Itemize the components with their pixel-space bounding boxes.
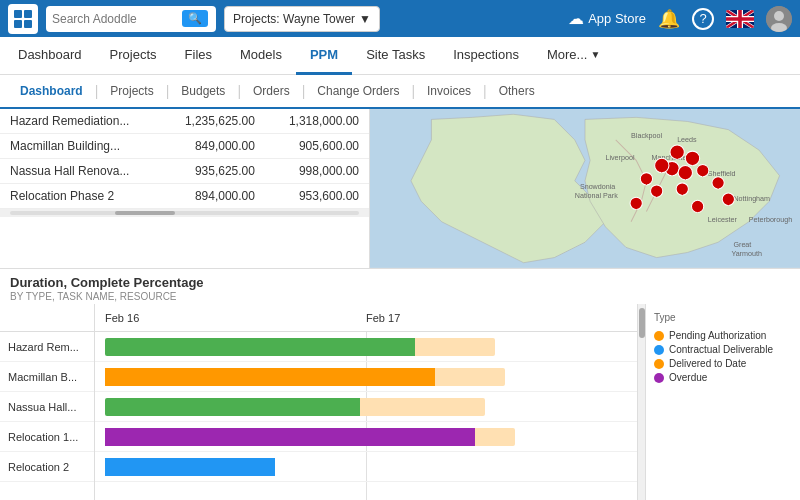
gantt-bar-tail-2 (360, 398, 485, 416)
table-row[interactable]: Relocation Phase 2 894,000.00 953,600.00 (0, 184, 369, 209)
table-cell-col2: 998,000.00 (265, 159, 369, 184)
nav-item-site-tasks[interactable]: Site Tasks (352, 37, 439, 75)
gantt-bar-3 (105, 428, 515, 446)
svg-point-6 (774, 11, 784, 21)
legend-label-0: Pending Authorization (669, 330, 766, 341)
svg-rect-1 (24, 10, 32, 18)
svg-rect-0 (14, 10, 22, 18)
svg-text:Great: Great (733, 241, 751, 249)
main-nav: Dashboard Projects Files Models PPM Site… (0, 37, 800, 75)
data-table-container: Hazard Remediation... 1,235,625.00 1,318… (0, 109, 370, 268)
content-area: Hazard Remediation... 1,235,625.00 1,318… (0, 109, 800, 500)
legend-label-1: Contractual Deliverable (669, 344, 773, 355)
gantt-bar-0 (105, 338, 495, 356)
svg-text:Blackpool: Blackpool (631, 132, 662, 140)
svg-text:Nottingham: Nottingham (733, 195, 770, 203)
gantt-row-1 (95, 362, 637, 392)
flag-icon (726, 10, 754, 28)
legend-scrollbar[interactable] (637, 304, 645, 500)
gantt-date-left: Feb 16 (105, 312, 139, 324)
gantt-bar-blue-4 (105, 458, 275, 476)
svg-text:Liverpool: Liverpool (605, 154, 634, 162)
svg-text:Leeds: Leeds (677, 136, 697, 144)
legend-item-1: Contractual Deliverable (654, 344, 792, 355)
logo[interactable] (8, 4, 38, 34)
svg-text:Leicester: Leicester (708, 216, 738, 224)
svg-rect-2 (14, 20, 22, 28)
sub-nav-invoices[interactable]: Invoices (415, 74, 483, 108)
gantt-bar-tail-3 (475, 428, 515, 446)
scrollbar-track (10, 211, 359, 215)
legend-item-3: Overdue (654, 372, 792, 383)
legend-dot-1 (654, 345, 664, 355)
legend-label-3: Overdue (669, 372, 707, 383)
top-bar-right: ☁ App Store 🔔 ? (568, 6, 792, 32)
gantt-label-header (0, 304, 94, 332)
nav-item-ppm[interactable]: PPM (296, 37, 352, 75)
nav-item-files[interactable]: Files (171, 37, 226, 75)
gantt-bar-4 (105, 458, 275, 476)
gantt-label-row-3: Relocation 1... (0, 422, 94, 452)
sub-nav-change-orders[interactable]: Change Orders (305, 74, 411, 108)
gantt-bar-tail-0 (415, 338, 495, 356)
legend-dot-3 (654, 373, 664, 383)
gantt-bar-purple-3 (105, 428, 475, 446)
svg-text:National Park: National Park (575, 192, 618, 200)
map-container[interactable]: Blackpool Leeds Liverpool Manchester She… (370, 109, 800, 268)
search-button[interactable]: 🔍 (182, 10, 208, 27)
gantt-label-row-4: Relocation 2 (0, 452, 94, 482)
svg-text:Sheffield: Sheffield (708, 170, 736, 178)
gantt-label-row-1: Macmillan B... (0, 362, 94, 392)
legend-dot-0 (654, 331, 664, 341)
table-cell-col1: 1,235,625.00 (161, 109, 265, 134)
data-table: Hazard Remediation... 1,235,625.00 1,318… (0, 109, 369, 209)
table-cell-col2: 953,600.00 (265, 184, 369, 209)
table-cell-name: Macmillan Building... (0, 134, 161, 159)
avatar[interactable] (766, 6, 792, 32)
gantt-chart-area: Feb 16 Feb 17 (95, 304, 637, 500)
sub-nav-projects[interactable]: Projects (98, 74, 165, 108)
sub-nav-others[interactable]: Others (487, 74, 547, 108)
v-scroll-thumb (639, 308, 645, 338)
gantt-bar-orange-1 (105, 368, 435, 386)
top-section: Hazard Remediation... 1,235,625.00 1,318… (0, 109, 800, 269)
table-cell-col2: 905,600.00 (265, 134, 369, 159)
gantt-header: Duration, Complete Percentage BY TYPE, T… (0, 269, 800, 304)
legend-title: Type (654, 312, 792, 323)
search-input[interactable] (52, 12, 182, 26)
gantt-label-row-2: Nassua Hall... (0, 392, 94, 422)
table-cell-col2: 1,318,000.00 (265, 109, 369, 134)
gantt-body: Hazard Rem... Macmillan B... Nassua Hall… (0, 304, 800, 500)
gantt-subtitle: BY TYPE, TASK NAME, RESOURCE (10, 291, 790, 302)
table-cell-col1: 935,625.00 (161, 159, 265, 184)
sub-nav-budgets[interactable]: Budgets (169, 74, 237, 108)
nav-item-more[interactable]: More... ▼ (533, 37, 614, 75)
project-selector[interactable]: Projects: Wayne Tower ▼ (224, 6, 380, 32)
help-icon[interactable]: ? (692, 8, 714, 30)
table-row[interactable]: Nassua Hall Renova... 935,625.00 998,000… (0, 159, 369, 184)
gantt-labels: Hazard Rem... Macmillan B... Nassua Hall… (0, 304, 95, 500)
sub-nav-dashboard[interactable]: Dashboard (8, 74, 95, 108)
nav-item-inspections[interactable]: Inspections (439, 37, 533, 75)
gantt-bar-2 (105, 398, 485, 416)
gantt-timeline-header: Feb 16 Feb 17 (95, 304, 637, 332)
gantt-bar-1 (105, 368, 505, 386)
table-row[interactable]: Hazard Remediation... 1,235,625.00 1,318… (0, 109, 369, 134)
gantt-bar-green-2 (105, 398, 360, 416)
search-box[interactable]: 🔍 (46, 6, 216, 32)
project-selector-label: Projects: Wayne Tower (233, 12, 355, 26)
app-store-link[interactable]: ☁ App Store (568, 9, 646, 28)
sub-nav-orders[interactable]: Orders (241, 74, 302, 108)
nav-item-models[interactable]: Models (226, 37, 296, 75)
nav-item-projects[interactable]: Projects (96, 37, 171, 75)
svg-text:Yarmouth: Yarmouth (731, 250, 762, 258)
map-svg: Blackpool Leeds Liverpool Manchester She… (370, 109, 800, 268)
legend-dot-2 (654, 359, 664, 369)
svg-text:Snowdonia: Snowdonia (580, 183, 615, 191)
horizontal-scrollbar[interactable] (0, 209, 369, 217)
bell-icon[interactable]: 🔔 (658, 8, 680, 30)
nav-item-dashboard[interactable]: Dashboard (4, 37, 96, 75)
gantt-row-4 (95, 452, 637, 482)
table-row[interactable]: Macmillan Building... 849,000.00 905,600… (0, 134, 369, 159)
gantt-row-3 (95, 422, 637, 452)
